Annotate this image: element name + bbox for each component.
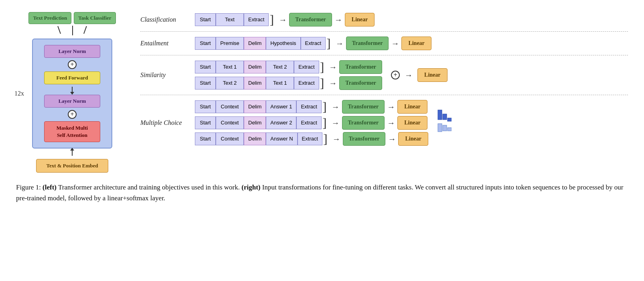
left-architecture: Text Prediction Task Classifier 12x Laye…	[16, 8, 128, 173]
sim-bracket-2: Start Text 2 Delim Text 1 Extract ]	[195, 77, 326, 90]
right-bracket: ]	[320, 61, 324, 73]
seq-text1: Text 1	[216, 61, 244, 73]
transformer-box-1: Transformer	[342, 100, 385, 114]
arrow-down-1	[72, 87, 73, 92]
seq-start: Start	[195, 100, 216, 113]
entailment-seq: Start Premise Delim Hypothesis Extract ]…	[195, 37, 431, 50]
seq-context: Context	[216, 116, 244, 129]
sim-bracket-1: Start Text 1 Delim Text 2 Extract ]	[195, 61, 326, 73]
center-line	[72, 26, 73, 35]
right-bracket: ]	[320, 77, 324, 90]
mc-seq-1: Start Context Delim Answer 1 Extract ] T…	[195, 100, 428, 114]
transformer-box-n: Transformer	[343, 132, 386, 146]
embed-box: Text & Position Embed	[36, 159, 108, 173]
mc-sequences: Start Context Delim Answer 1 Extract ] T…	[195, 100, 428, 146]
classification-bracket-group: Start Text Extract ]	[195, 13, 276, 26]
entailment-sequences: Start Premise Delim Hypothesis Extract ]…	[195, 37, 431, 50]
right-bracket: ]	[322, 100, 327, 113]
linear-box: Linear	[401, 37, 431, 50]
seq-answern: Answer N	[266, 132, 297, 145]
seq-context: Context	[216, 132, 244, 145]
arrow-to-transformer	[329, 79, 337, 88]
arrow-to-transformer	[336, 39, 344, 48]
transformer-box-2: Transformer	[342, 116, 385, 130]
similarity-plus: +	[391, 71, 400, 79]
caption-left-bold: (left)	[43, 183, 57, 191]
similarity-label: Similarity	[140, 71, 188, 79]
entailment-bracket-group: Start Premise Delim Hypothesis Extract ]	[195, 37, 333, 50]
arrow-to-linear	[387, 102, 395, 112]
multiple-choice-label: Multiple Choice	[140, 119, 188, 126]
arrow-to-transformer	[279, 15, 287, 24]
output-arrows	[36, 26, 108, 35]
right-bracket: ]	[269, 13, 274, 26]
seq-answer2: Answer 2	[266, 116, 296, 129]
task-classifier-box: Task Classifier	[74, 12, 115, 24]
seq-delim: Delim	[244, 77, 266, 90]
feed-forward-box: Feed Forward	[44, 71, 100, 84]
sim-seq-2: Start Text 2 Delim Text 1 Extract ] Tran…	[195, 76, 382, 90]
right-bracket: ]	[326, 37, 331, 50]
seq-start: Start	[195, 132, 216, 145]
layer-norm-top: Layer Norm	[44, 45, 100, 58]
mc-seq-n: Start Context Delim Answer N Extract ] T…	[195, 132, 428, 146]
svg-rect-5	[448, 128, 452, 131]
transformer-box-1: Transformer	[339, 60, 382, 74]
linear-box: Linear	[345, 13, 375, 26]
classification-seq: Start Text Extract ] Transformer Linear	[195, 13, 375, 26]
mc-bracket-n: Start Context Delim Answer N Extract ]	[195, 132, 330, 145]
entailment-row: Entailment Start Premise Delim Hypothesi…	[140, 32, 628, 55]
classification-label: Classification	[140, 16, 188, 23]
sim-seq-1: Start Text 1 Delim Text 2 Extract ] Tran…	[195, 60, 382, 74]
arrow-to-linear	[388, 134, 396, 144]
right-arrow-line	[83, 26, 87, 34]
svg-rect-3	[438, 124, 442, 132]
left-arrow-line	[57, 26, 61, 34]
transformer-box: Transformer	[346, 37, 389, 50]
seq-extract: Extract	[244, 13, 269, 26]
seq-extract: Extract	[294, 77, 319, 90]
softmax-chart	[437, 108, 452, 137]
seq-text: Text	[216, 13, 244, 26]
arrow-to-transformer	[332, 118, 340, 128]
svg-rect-0	[438, 110, 442, 120]
similarity-sequences: Start Text 1 Delim Text 2 Extract ] Tran…	[195, 60, 382, 90]
entailment-label: Entailment	[140, 40, 188, 47]
figure-caption: Figure 1: (left) Transformer architectur…	[16, 182, 626, 204]
classification-row: Classification Start Text Extract ] Tran…	[140, 8, 628, 32]
svg-rect-2	[448, 118, 452, 121]
arrow-to-linear	[387, 118, 395, 128]
seq-extract: Extract	[296, 116, 321, 129]
seq-extract: Extract	[294, 61, 319, 73]
seq-text2b: Text 2	[216, 77, 244, 90]
seq-answer1: Answer 1	[266, 100, 296, 113]
right-bracket: ]	[322, 116, 327, 129]
seq-extract: Extract	[296, 100, 321, 113]
transformer-box: Transformer	[289, 13, 332, 26]
repeat-label: 12x	[14, 90, 24, 97]
svg-rect-1	[443, 114, 447, 120]
seq-start: Start	[195, 61, 216, 73]
mc-bracket-2: Start Context Delim Answer 2 Extract ]	[195, 116, 329, 129]
seq-delim: Delim	[244, 61, 266, 73]
masked-attn-box: Masked Multi Self Attention	[44, 121, 100, 142]
output-boxes: Text Prediction Task Classifier	[28, 12, 115, 24]
seq-start: Start	[195, 77, 216, 90]
seq-delim: Delim	[244, 132, 266, 145]
seq-text2: Text 2	[266, 61, 294, 73]
seq-extract: Extract	[298, 132, 322, 145]
seq-delim: Delim	[244, 100, 266, 113]
text-prediction-box: Text Prediction	[28, 12, 71, 24]
transformer-block: 12x Layer Norm + Feed Forward Layer Norm…	[32, 39, 112, 149]
seq-start: Start	[195, 13, 216, 26]
arrow-to-linear	[334, 15, 342, 24]
arrow-to-transformer	[329, 63, 337, 72]
diagram-area: Text Prediction Task Classifier 12x Laye…	[16, 8, 628, 173]
arrow-to-transformer	[332, 102, 340, 112]
right-bracket: ]	[323, 132, 328, 145]
linear-box-n: Linear	[398, 132, 428, 146]
arrow-to-linear	[405, 71, 413, 80]
caption-prefix: Figure 1:	[16, 183, 43, 191]
mc-seq-2: Start Context Delim Answer 2 Extract ] T…	[195, 116, 428, 130]
seq-start: Start	[195, 37, 216, 50]
